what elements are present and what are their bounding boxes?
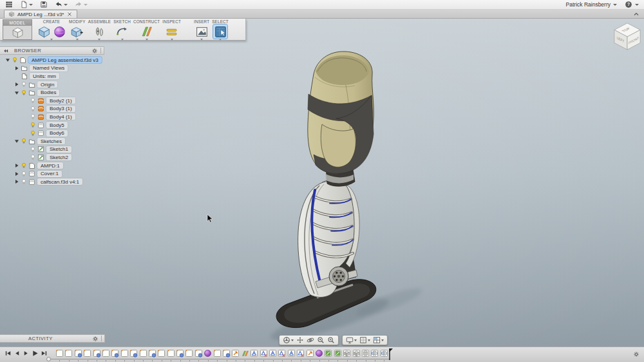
visibility-bulb-icon[interactable]: [30, 113, 36, 120]
collapse-node-icon[interactable]: [14, 138, 19, 144]
pan-button[interactable]: [295, 336, 305, 344]
user-menu[interactable]: Patrick Rainsberry: [566, 1, 617, 8]
visibility-bulb-icon[interactable]: [21, 162, 27, 169]
skip-start-button[interactable]: [5, 350, 12, 357]
feature-box-icon[interactable]: [343, 348, 351, 357]
browser-node[interactable]: Cover:1: [0, 169, 104, 178]
feature-doc-icon[interactable]: [213, 348, 222, 357]
activity-settings-gear-icon[interactable]: [92, 336, 99, 342]
visibility-bulb-icon[interactable]: [21, 138, 27, 144]
play-button[interactable]: [32, 350, 39, 357]
look-at-button[interactable]: [316, 336, 326, 344]
visibility-bulb-icon[interactable]: [21, 81, 27, 88]
browser-node[interactable]: Body4 (1): [0, 113, 104, 121]
step-back-button[interactable]: [14, 350, 21, 357]
zoom-button[interactable]: [326, 336, 336, 344]
node-label[interactable]: Sketch1: [46, 146, 71, 153]
undo-button[interactable]: [55, 1, 68, 8]
feature-form-icon[interactable]: [204, 348, 212, 357]
save-button[interactable]: [40, 1, 48, 8]
feature-mirror-icon[interactable]: [370, 348, 379, 357]
construct-icon-button[interactable]: [140, 24, 154, 39]
feature-doc-icon[interactable]: [139, 348, 147, 357]
insert-icon-button[interactable]: [194, 24, 209, 39]
browser-node[interactable]: Sketch1: [0, 146, 104, 154]
browser-node[interactable]: Named Views: [0, 64, 104, 73]
feature-doc-blue-icon[interactable]: [148, 348, 156, 357]
browser-node[interactable]: AMPD:1: [0, 162, 104, 170]
expand-node-icon[interactable]: [14, 163, 19, 168]
assemble-icon-button[interactable]: [92, 24, 106, 39]
feature-joint-icon[interactable]: [269, 348, 277, 357]
display-settings-button[interactable]: [345, 336, 358, 344]
feature-sketch-icon[interactable]: [334, 348, 342, 357]
skip-end-button[interactable]: [41, 350, 48, 357]
feature-joint-broken-icon[interactable]: [278, 348, 286, 357]
visibility-bulb-icon[interactable]: [12, 57, 18, 63]
browser-node[interactable]: Sketches: [0, 137, 104, 146]
feature-doc-icon[interactable]: [102, 348, 110, 357]
inspect-icon-button[interactable]: [165, 24, 179, 39]
app-menu-button[interactable]: [5, 1, 13, 8]
node-label[interactable]: Body5: [46, 122, 68, 128]
browser-node[interactable]: Body3 (1): [0, 105, 104, 113]
timeline-settings-gear-icon[interactable]: [633, 351, 639, 357]
node-label[interactable]: Units: mm: [30, 73, 59, 79]
browser-settings-gear-icon[interactable]: [91, 48, 98, 54]
sketch-icon-button[interactable]: [115, 24, 129, 39]
browser-node[interactable]: calfscan.f3d v4:1: [0, 178, 104, 186]
feature-joint-icon[interactable]: [250, 348, 258, 357]
browser-node[interactable]: Units: mm: [0, 72, 104, 81]
file-button[interactable]: [20, 1, 33, 8]
collapse-node-icon[interactable]: [14, 90, 19, 95]
steering-wheel-button[interactable]: [281, 336, 295, 344]
visibility-bulb-icon[interactable]: [30, 154, 36, 160]
visibility-bulb-icon[interactable]: [30, 146, 36, 153]
ribbon-tab-model[interactable]: MODEL: [3, 19, 32, 40]
visibility-bulb-icon[interactable]: [30, 122, 36, 128]
feature-joint-icon[interactable]: [287, 348, 296, 357]
feature-doc-blue-icon[interactable]: [194, 348, 203, 357]
expand-node-icon[interactable]: [14, 82, 19, 87]
feature-doc-blue-icon[interactable]: [129, 348, 138, 357]
feature-doc-icon[interactable]: [185, 348, 193, 357]
close-tab-icon[interactable]: [66, 11, 73, 17]
collapse-panel-icon[interactable]: [3, 48, 9, 54]
chevron-down-icon[interactable]: [171, 39, 173, 41]
feature-doc-blue-icon[interactable]: [176, 348, 184, 357]
visibility-bulb-icon[interactable]: [30, 130, 36, 137]
feature-doc-blue-icon[interactable]: [93, 348, 101, 357]
collapse-toolbar-icon[interactable]: [632, 10, 640, 18]
node-label[interactable]: Sketch2: [46, 154, 71, 160]
socket[interactable]: [308, 52, 374, 173]
create-sphere-icon-button[interactable]: [52, 24, 66, 39]
feature-doc-blue-icon[interactable]: [111, 348, 119, 357]
browser-node[interactable]: Body6: [0, 129, 104, 137]
feature-joint-broken-icon[interactable]: [260, 348, 268, 357]
chevron-down-icon[interactable]: [146, 39, 148, 41]
feature-joint-broken-icon[interactable]: [296, 348, 305, 357]
node-label[interactable]: Bodies: [37, 90, 59, 96]
feature-doc-blue-icon[interactable]: [74, 348, 82, 357]
feature-doc-icon[interactable]: [157, 348, 166, 357]
viewport-layout-button[interactable]: [372, 336, 385, 344]
chevron-down-icon[interactable]: [76, 39, 79, 41]
feature-doc-icon[interactable]: [83, 348, 91, 357]
node-label[interactable]: Cover:1: [37, 171, 62, 177]
modify-icon-button[interactable]: [70, 24, 84, 39]
node-label[interactable]: Body2 (1): [46, 97, 75, 104]
visibility-bulb-icon[interactable]: [30, 97, 36, 104]
visibility-bulb-icon[interactable]: [30, 106, 36, 112]
feature-sketch-icon[interactable]: [324, 348, 332, 357]
feature-hole-icon[interactable]: [306, 348, 314, 357]
chevron-down-icon[interactable]: [121, 39, 124, 41]
view-cube[interactable]: TOP LEFT FRONT: [612, 21, 642, 51]
feature-doc-icon[interactable]: [64, 348, 73, 357]
expand-node-icon[interactable]: [14, 66, 19, 71]
orbit-button[interactable]: [305, 336, 316, 344]
timeline-track[interactable]: [49, 359, 390, 361]
create-box-icon-button[interactable]: [37, 24, 51, 39]
node-label[interactable]: Origin: [37, 81, 57, 88]
feature-doc-icon[interactable]: [120, 348, 129, 357]
node-label[interactable]: Body3 (1): [46, 106, 75, 112]
